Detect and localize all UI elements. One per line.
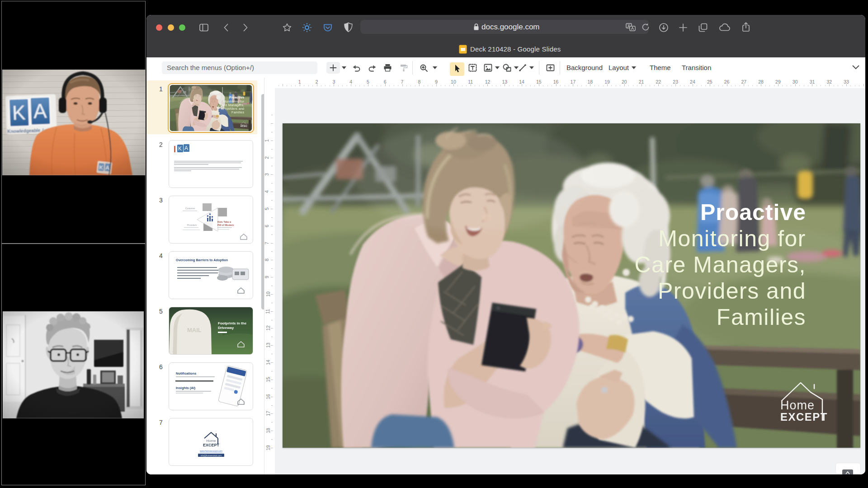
svg-text:Insights (AI): Insights (AI) xyxy=(176,386,196,390)
svg-text:Providers: Providers xyxy=(187,224,197,226)
svg-text:Kids Take a: Kids Take a xyxy=(217,221,231,223)
svg-text:Pill of Modern: Pill of Modern xyxy=(217,224,234,226)
svg-text:Overcoming Barriers to Adoptio: Overcoming Barriers to Adoption xyxy=(176,258,228,262)
svg-text:www.homeexcept.com: www.homeexcept.com xyxy=(200,450,222,452)
svg-text:Footprints in the: Footprints in the xyxy=(218,321,247,325)
svg-text:Home: Home xyxy=(206,439,216,443)
svg-text:Notifications: Notifications xyxy=(176,371,196,375)
svg-text:Driveway: Driveway xyxy=(218,326,234,330)
svg-text:Customer: Customer xyxy=(185,207,195,210)
svg-text:MAIL: MAIL xyxy=(187,327,202,333)
svg-text:info@homeexcept.com: info@homeexcept.com xyxy=(201,455,222,457)
svg-text:A: A xyxy=(184,145,188,151)
svg-text:K: K xyxy=(178,145,182,152)
svg-text:EXCEPT: EXCEPT xyxy=(203,443,220,447)
